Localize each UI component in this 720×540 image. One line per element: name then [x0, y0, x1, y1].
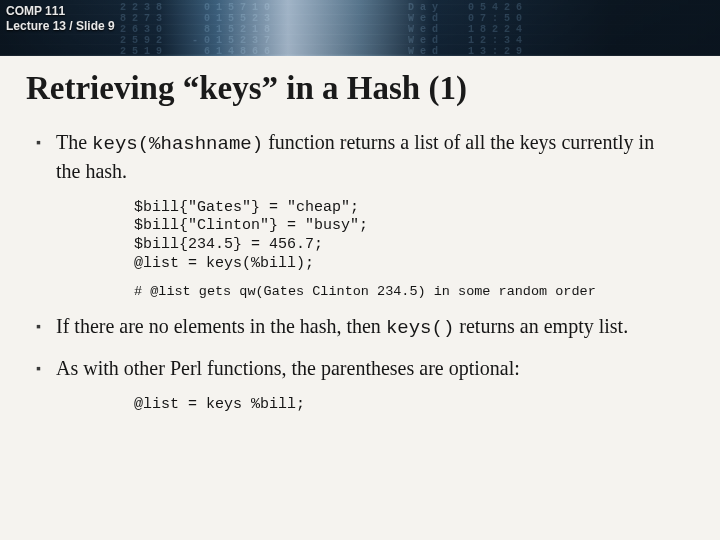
slide-banner: 2238 015710 Day 05426 8273 015523 Wed 07…	[0, 0, 720, 56]
bullet-text: If there are no elements in the hash, th…	[56, 313, 680, 342]
bullet-text-post: returns an empty list.	[454, 315, 628, 337]
code-block: @list = keys %bill;	[134, 396, 680, 415]
code-comment: # @list gets qw(Gates Clinton 234.5) in …	[134, 284, 680, 301]
bullet-square-icon: ▪	[34, 313, 56, 342]
bullet-square-icon: ▪	[34, 129, 56, 185]
bullet-item: ▪ If there are no elements in the hash, …	[34, 313, 680, 342]
bullet-text-pre: As with other Perl functions, the parent…	[56, 357, 520, 379]
course-code: COMP 111	[6, 4, 115, 19]
slide-content: Retrieving “keys” in a Hash (1) ▪ The ke…	[0, 56, 720, 540]
slide: 2238 015710 Day 05426 8273 015523 Wed 07…	[0, 0, 720, 540]
slide-header: COMP 111 Lecture 13 / Slide 9	[6, 4, 115, 34]
bullet-text-mono: keys()	[386, 317, 454, 339]
bullet-item: ▪ As with other Perl functions, the pare…	[34, 355, 680, 382]
code-block: $bill{"Gates"} = "cheap"; $bill{"Clinton…	[134, 199, 680, 274]
bullet-text: As with other Perl functions, the parent…	[56, 355, 680, 382]
bullet-text-pre: If there are no elements in the hash, th…	[56, 315, 386, 337]
slide-title: Retrieving “keys” in a Hash (1)	[0, 56, 720, 109]
bullet-text: The keys(%hashname) function returns a l…	[56, 129, 680, 185]
slide-body: ▪ The keys(%hashname) function returns a…	[0, 109, 720, 415]
bullet-square-icon: ▪	[34, 355, 56, 382]
bullet-text-mono: keys(%hashname)	[92, 133, 263, 155]
bullet-item: ▪ The keys(%hashname) function returns a…	[34, 129, 680, 185]
bullet-text-pre: The	[56, 131, 92, 153]
lecture-label: Lecture 13 / Slide 9	[6, 19, 115, 34]
